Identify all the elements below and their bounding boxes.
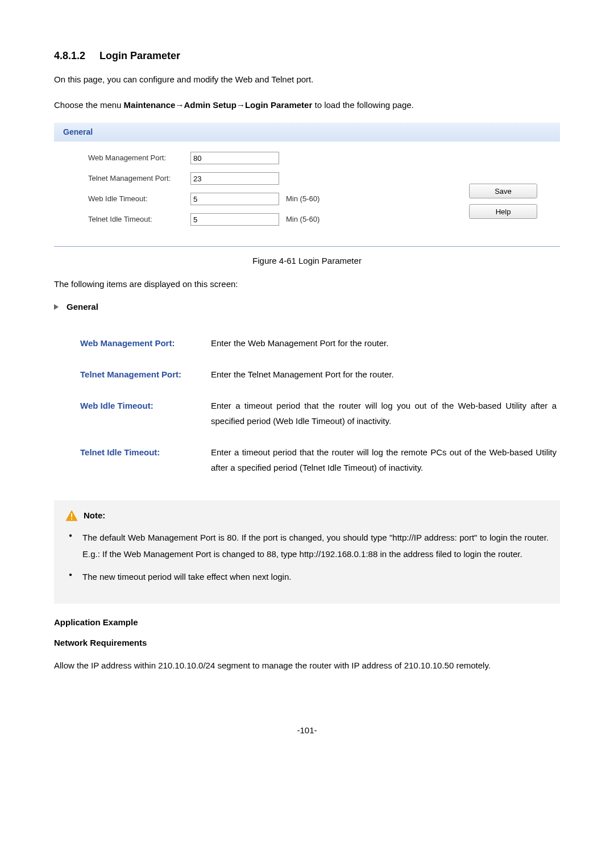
section-heading: 4.8.1.2 Login Parameter [54,48,560,64]
panel-body: Web Management Port: Telnet Management P… [54,142,560,246]
application-example-heading: Application Example [54,616,560,629]
def-desc-telnet-port: Enter the Telnet Management Port for the… [208,359,560,390]
def-label-web-port: Web Management Port: [77,327,208,359]
panel-heading: General [54,123,560,142]
note-item-1: The default Web Management Port is 80. I… [65,530,549,562]
definitions-table: Web Management Port: Enter the Web Manag… [77,327,560,483]
menu-path: Maintenance→Admin Setup→Login Parameter [124,100,313,110]
save-button[interactable]: Save [469,184,537,198]
intro2-pre: Choose the menu [54,100,124,110]
requirements-paragraph: Allow the IP address within 210.10.10.0/… [54,658,560,673]
displayed-items-line: The following items are displayed on thi… [54,278,560,291]
def-label-telnet-port: Telnet Management Port: [77,359,208,390]
note-list: The default Web Management Port is 80. I… [65,530,549,585]
web-management-port-row: Web Management Port: [88,152,469,164]
def-label-web-idle: Web Idle Timeout: [77,390,208,437]
def-label-telnet-idle: Telnet Idle Timeout: [77,437,208,483]
help-button[interactable]: Help [469,204,537,219]
telnet-idle-timeout-hint: Min (5-60) [286,214,320,225]
telnet-management-port-label: Telnet Management Port: [88,173,190,184]
note-item-2: The new timeout period will take effect … [65,569,549,585]
web-idle-timeout-row: Web Idle Timeout: Min (5-60) [88,193,469,205]
svg-rect-1 [71,513,72,517]
panel-form-column: Web Management Port: Telnet Management P… [88,152,469,234]
web-idle-timeout-label: Web Idle Timeout: [88,193,190,205]
telnet-idle-timeout-row: Telnet Idle Timeout: Min (5-60) [88,213,469,226]
telnet-idle-timeout-input[interactable] [190,213,279,226]
def-row-telnet-port: Telnet Management Port: Enter the Telnet… [77,359,560,390]
network-requirements-heading: Network Requirements [54,637,560,650]
telnet-idle-timeout-label: Telnet Idle Timeout: [88,214,190,225]
note-box: Note: The default Web Management Port is… [54,500,560,604]
note-heading-text: Note: [84,509,105,522]
web-idle-timeout-hint: Min (5-60) [286,193,320,205]
triangle-bullet-icon [54,304,59,310]
page-number: -101- [54,724,560,737]
panel-button-column: Save Help [469,152,537,234]
general-bullet: General [54,301,560,314]
def-desc-telnet-idle: Enter a timeout period that the router w… [208,437,560,483]
web-management-port-label: Web Management Port: [88,152,190,164]
general-panel: General Web Management Port: Telnet Mana… [54,123,560,247]
intro-paragraph-1: On this page, you can configure and modi… [54,72,560,87]
section-number: 4.8.1.2 [54,48,85,64]
telnet-management-port-input[interactable] [190,172,279,185]
intro2-post: to load the following page. [312,100,413,110]
section-title: Login Parameter [99,50,180,61]
warning-icon [65,510,78,521]
svg-rect-2 [71,518,72,520]
def-row-web-idle: Web Idle Timeout: Enter a timeout period… [77,390,560,437]
telnet-management-port-row: Telnet Management Port: [88,172,469,185]
figure-caption: Figure 4-61 Login Parameter [54,255,560,268]
def-desc-web-idle: Enter a timeout period that the router w… [208,390,560,437]
intro-paragraph-2: Choose the menu Maintenance→Admin Setup→… [54,97,560,113]
def-row-telnet-idle: Telnet Idle Timeout: Enter a timeout per… [77,437,560,483]
web-management-port-input[interactable] [190,152,279,164]
general-subheading: General [67,301,98,314]
def-row-web-port: Web Management Port: Enter the Web Manag… [77,327,560,359]
note-heading-row: Note: [65,509,549,522]
def-desc-web-port: Enter the Web Management Port for the ro… [208,327,560,359]
web-idle-timeout-input[interactable] [190,193,279,205]
